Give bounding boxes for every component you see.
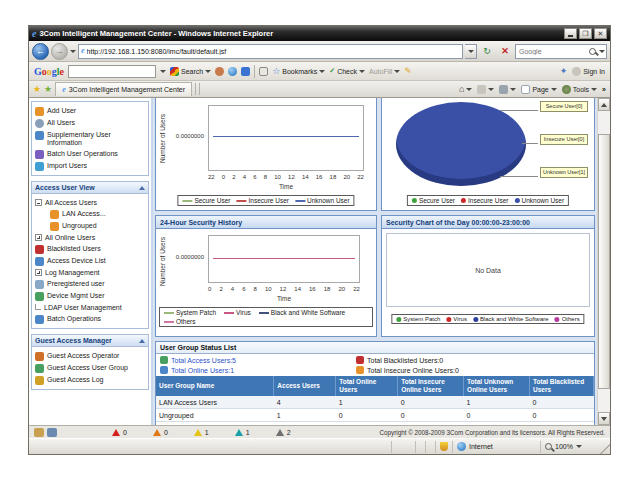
alarm-browser-icon[interactable] [34,428,44,437]
restore-button[interactable]: ❐ [579,28,592,39]
sidebar-item-device-mgmt-user[interactable]: Device Mgmt User [34,290,146,302]
sidebar-item-blacklisted-users[interactable]: Blacklisted Users [34,243,146,255]
search-box[interactable] [515,44,607,59]
panel-title: User Group Status List [156,342,594,354]
zoom-icon [545,443,552,450]
check-button[interactable]: ✓ Check [329,67,365,75]
sidebar-item-ldap-user-management[interactable]: LDAP User Management [34,302,146,313]
sidebar-item-log-management[interactable]: Log Management [34,267,146,278]
google-search-input[interactable] [69,66,155,77]
info-alarm-icon [276,429,284,436]
chevron-down-icon [466,88,472,91]
info-alarm-counter[interactable]: 2 [276,429,291,436]
legend-item: System Patch [164,309,216,316]
protected-mode-pane[interactable] [435,441,452,453]
tree-expand-icon[interactable] [35,269,42,276]
sidebar-item-preregistered-user[interactable]: Preregistered user [34,278,146,290]
sidebar-item-guest-access-user-group[interactable]: Guest Access User Group [34,362,146,374]
tab-favicon: e [62,85,66,95]
warning-alarm-counter[interactable]: 1 [235,429,250,436]
critical-alarm-counter[interactable]: 0 [112,429,127,436]
vertical-scrollbar[interactable] [597,98,610,425]
total-online-users[interactable]: Total Online Users:1 [160,366,356,374]
security-zone-pane[interactable]: Internet [452,441,540,453]
sidebar-item-guest-access-log[interactable]: Guest Access Log [34,374,146,386]
resize-grip[interactable] [598,440,610,454]
search-options-icon[interactable] [599,50,605,53]
total-access-users[interactable]: Total Access Users:5 [160,356,356,364]
page-menu-button[interactable]: Page [521,85,556,94]
more-toolbar-button[interactable]: » [602,86,606,93]
page-icon [521,85,530,94]
bookmark-star-icon: ☆ [272,67,280,76]
print-button[interactable] [499,85,516,94]
cell-access-users[interactable]: 4 [274,396,336,409]
legend-item: Virus [224,309,251,316]
add-favorite-icon[interactable]: ★ [44,85,52,94]
alarm-sound-icon[interactable] [47,428,57,437]
favorites-star-icon[interactable]: ★ [33,85,41,94]
minor-alarm-counter[interactable]: 1 [194,429,209,436]
legend-line-icon [237,200,247,202]
sidebar-item-access-device-list[interactable]: Access Device List [34,255,146,267]
url-input[interactable] [87,48,460,55]
refresh-button[interactable]: ↻ [479,44,495,59]
access-user-view-header[interactable]: Access User View [32,182,148,194]
sidebar-item-all-online-users[interactable]: All Online Users [34,232,146,243]
cell-total-online: 1 [336,396,398,409]
scroll-up-button[interactable] [598,98,610,111]
sidebar-item-supplementary-user-information[interactable]: Supplementary User Information [34,129,146,148]
shield-icon [440,442,448,451]
chevron-down-icon [394,70,400,73]
sidebar-item-add-user[interactable]: Add User [34,105,146,117]
google-search-button[interactable]: Search [170,67,211,76]
home-button[interactable]: ⌂ [459,84,472,94]
panel-title: Security Chart of the Day 00:00:00-23:00… [382,216,594,229]
search-input[interactable] [519,48,589,55]
highlighter-icon[interactable]: ✎ [404,66,412,76]
address-field[interactable]: e [78,44,463,59]
wrench-icon[interactable]: ✦ [560,66,568,76]
sidebar-item-batch-operations[interactable]: Batch Operations [34,313,146,325]
signin-button[interactable]: Sign In [572,67,605,76]
sidebar-item-import-users[interactable]: Import Users [34,160,146,172]
sidebar-item-all-users[interactable]: All Users [34,117,146,129]
search-icon[interactable] [589,48,596,55]
scrollbar-thumb[interactable] [598,134,610,389]
web-icon[interactable] [228,67,237,76]
google-search-dropdown-icon[interactable] [160,70,166,73]
add-user-icon [35,107,44,116]
major-alarm-counter[interactable]: 0 [153,429,168,436]
restore-icon: ❐ [582,30,588,37]
feeds-button[interactable] [477,85,494,94]
sitecheck-icon[interactable] [215,67,224,76]
guest-access-manager-header[interactable]: Guest Access Manager [32,335,148,347]
history-dropdown-icon[interactable] [70,50,76,53]
address-dropdown-button[interactable] [465,44,477,59]
google-search-field[interactable] [68,65,156,78]
scroll-down-button[interactable] [598,412,610,425]
forward-button[interactable]: → [51,43,68,60]
legend-dot-icon [514,198,519,203]
cell-access-users[interactable]: 1 [274,409,336,422]
tree-item-lan-access[interactable]: LAN Access... [34,208,146,220]
address-bar: ← → e ↻ ✕ [29,41,610,62]
sidebar-item-batch-user-operations[interactable]: Batch User Operations [34,148,146,160]
back-button[interactable]: ← [32,43,49,60]
stop-button[interactable]: ✕ [497,44,513,59]
tree-expand-icon[interactable] [35,234,42,241]
tab-imc[interactable]: e 3Com Intelligent Management Center [55,82,192,96]
minimize-button[interactable] [564,28,577,39]
close-button[interactable]: ✕ [594,28,607,39]
zoom-control[interactable]: 100% [540,441,598,453]
bookmarks-button[interactable]: ☆ Bookmarks [272,67,325,76]
tree-item-ungrouped[interactable]: Ungrouped [34,220,146,232]
add-gadget-icon[interactable] [241,67,250,76]
total-blacklisted-users: Total Blacklisted Users:0 [356,356,590,364]
tools-menu-button[interactable]: Tools [562,85,597,94]
tree-collapse-icon[interactable] [35,199,42,206]
autofill-button[interactable]: AutoFill [369,68,400,75]
sidebar-item-guest-access-operator[interactable]: Guest Access Operator [34,350,146,362]
popup-blocker-icon[interactable] [259,67,268,76]
tree-item-all-access-users[interactable]: All Access Users [34,197,146,208]
